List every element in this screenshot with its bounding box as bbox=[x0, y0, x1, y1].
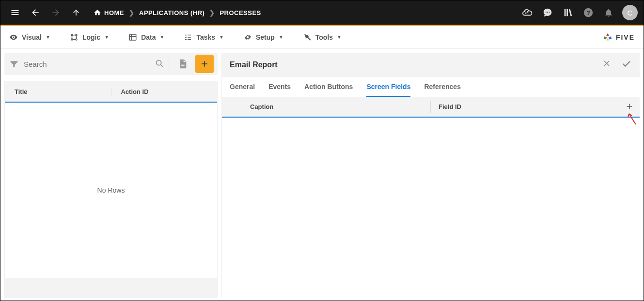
panel-title: Email Report bbox=[230, 60, 278, 69]
breadcrumb: HOME ❯ APPLICATIONS (HR) ❯ PROCESSES bbox=[94, 9, 261, 16]
svg-point-7 bbox=[76, 34, 77, 36]
bell-icon[interactable] bbox=[602, 6, 615, 19]
menu-tools-label: Tools bbox=[315, 33, 333, 41]
close-button[interactable] bbox=[602, 59, 612, 71]
svg-rect-10 bbox=[129, 34, 136, 40]
logo-text: FIVE bbox=[616, 33, 635, 41]
breadcrumb-applications[interactable]: APPLICATIONS (HR) bbox=[139, 9, 204, 16]
tab-references[interactable]: References bbox=[424, 77, 461, 97]
add-button[interactable] bbox=[195, 55, 214, 73]
menu-data[interactable]: Data▼ bbox=[128, 33, 164, 42]
menu-setup[interactable]: Setup▼ bbox=[243, 33, 283, 42]
add-field-button[interactable] bbox=[625, 102, 634, 112]
tab-general[interactable]: General bbox=[230, 77, 255, 97]
breadcrumb-home[interactable]: HOME bbox=[94, 9, 124, 16]
menu-tasks-label: Tasks bbox=[196, 33, 215, 41]
svg-point-1 bbox=[547, 12, 548, 13]
tab-action-buttons[interactable]: Action Buttons bbox=[304, 77, 353, 97]
svg-point-5 bbox=[13, 36, 15, 38]
column-field-id[interactable]: Field ID bbox=[431, 101, 619, 113]
chevron-right-icon: ❯ bbox=[129, 9, 134, 16]
forward-button bbox=[47, 4, 64, 21]
menu-setup-label: Setup bbox=[256, 33, 275, 41]
confirm-button[interactable] bbox=[621, 59, 632, 71]
column-title[interactable]: Title bbox=[5, 88, 111, 95]
svg-point-0 bbox=[546, 12, 547, 13]
cloud-sync-icon[interactable] bbox=[520, 6, 534, 19]
menu-logic-label: Logic bbox=[82, 33, 100, 41]
back-button[interactable] bbox=[27, 4, 44, 21]
svg-point-8 bbox=[71, 39, 73, 40]
avatar[interactable]: C bbox=[622, 5, 638, 20]
svg-point-6 bbox=[71, 34, 73, 36]
breadcrumb-processes[interactable]: PROCESSES bbox=[220, 9, 261, 16]
hamburger-menu-button[interactable] bbox=[6, 4, 24, 21]
tab-screen-fields[interactable]: Screen Fields bbox=[366, 77, 410, 97]
avatar-initial: C bbox=[628, 9, 633, 17]
menu-data-label: Data bbox=[141, 33, 156, 41]
column-action-id[interactable]: Action ID bbox=[111, 88, 218, 95]
svg-point-9 bbox=[76, 39, 77, 40]
menu-tasks[interactable]: Tasks▼ bbox=[184, 33, 224, 42]
library-icon[interactable] bbox=[561, 6, 575, 19]
chevron-right-icon: ❯ bbox=[209, 9, 215, 16]
menu-visual[interactable]: Visual▼ bbox=[9, 33, 50, 42]
up-button[interactable] bbox=[67, 4, 85, 21]
document-button[interactable] bbox=[174, 55, 191, 73]
column-caption[interactable]: Caption bbox=[242, 101, 431, 113]
menu-tools[interactable]: Tools▼ bbox=[303, 33, 342, 42]
chat-icon[interactable] bbox=[541, 6, 554, 19]
menu-visual-label: Visual bbox=[22, 33, 42, 41]
svg-text:?: ? bbox=[586, 9, 590, 16]
no-rows-text: No Rows bbox=[97, 186, 125, 194]
annotation-arrow-icon bbox=[626, 112, 638, 126]
breadcrumb-applications-label: APPLICATIONS (HR) bbox=[139, 9, 204, 16]
search-input[interactable] bbox=[24, 60, 150, 68]
tab-events[interactable]: Events bbox=[268, 77, 291, 97]
search-icon[interactable] bbox=[154, 58, 166, 70]
menu-logic[interactable]: Logic▼ bbox=[70, 33, 109, 42]
svg-point-2 bbox=[549, 12, 550, 13]
help-icon[interactable]: ? bbox=[581, 6, 595, 19]
filter-icon[interactable] bbox=[8, 58, 20, 70]
breadcrumb-home-label: HOME bbox=[104, 9, 124, 16]
logo: FIVE bbox=[602, 32, 635, 43]
breadcrumb-processes-label: PROCESSES bbox=[220, 9, 261, 16]
